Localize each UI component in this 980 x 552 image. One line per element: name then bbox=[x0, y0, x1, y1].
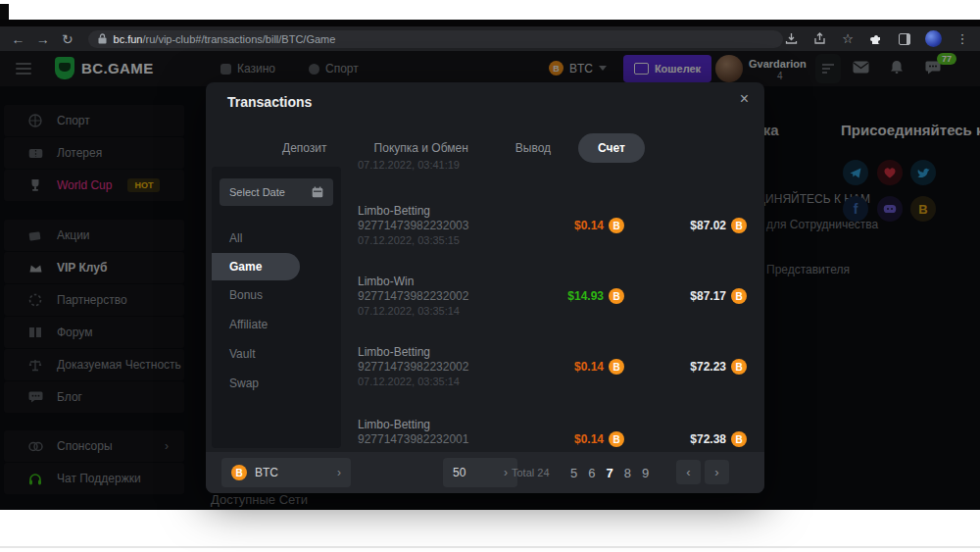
address-bar[interactable]: bc.fun/ru/vip-club#/transactions/bill/BT… bbox=[88, 30, 783, 48]
bitcoin-icon: B bbox=[609, 431, 624, 447]
chevron-right-icon: › bbox=[337, 466, 341, 479]
footer-currency-label: BTC bbox=[255, 466, 278, 479]
modal-footer: B BTC › 50 › Total 24 5 6 7 8 9 ‹ › bbox=[206, 452, 764, 493]
filter-all[interactable]: All bbox=[212, 224, 341, 253]
calendar-icon bbox=[312, 186, 323, 198]
partial-row-date: 07.12.2022, 03:41:19 bbox=[358, 159, 460, 171]
footer-currency-selector[interactable]: B BTC › bbox=[221, 458, 351, 487]
tx-name: Limbo-Win bbox=[358, 275, 751, 288]
tx-balance: $72.23B bbox=[690, 359, 747, 375]
page-size-selector[interactable]: 50 › bbox=[443, 458, 517, 487]
browser-forward-button[interactable]: → bbox=[30, 31, 55, 47]
tab-bill[interactable]: Счет bbox=[578, 133, 645, 163]
bitcoin-icon: B bbox=[731, 288, 747, 304]
tx-amount: $0.14B bbox=[574, 359, 624, 375]
tx-name: Limbo-Betting bbox=[358, 418, 751, 431]
download-icon[interactable] bbox=[783, 31, 799, 47]
bitcoin-icon: B bbox=[231, 465, 247, 480]
tab-withdraw[interactable]: Вывод bbox=[496, 133, 570, 163]
tx-amount: $14.93B bbox=[567, 288, 624, 304]
browser-profile-avatar[interactable] bbox=[925, 30, 942, 47]
transaction-row: Limbo-Betting 92771473982232003 07.12.20… bbox=[358, 204, 751, 263]
chevron-left-icon: ‹ bbox=[686, 465, 690, 479]
bitcoin-icon: B bbox=[731, 431, 747, 447]
tx-balance: $87.02B bbox=[690, 218, 747, 233]
page-number[interactable]: 6 bbox=[588, 466, 595, 480]
bookmark-star-icon[interactable]: ☆ bbox=[840, 31, 856, 47]
screenshot-root: ← → ↻ bc.fun/ru/vip-club#/transactions/b… bbox=[0, 0, 980, 552]
tx-date: 07.12.2022, 03:35:14 bbox=[358, 375, 751, 389]
filter-list: All Game Bonus Affiliate Vault Swap bbox=[212, 224, 341, 398]
tx-date: 07.12.2022, 03:35:15 bbox=[358, 233, 751, 248]
browser-back-button[interactable]: ← bbox=[6, 31, 30, 47]
total-count-label: Total 24 bbox=[512, 452, 550, 493]
tx-amount: $0.14B bbox=[574, 218, 624, 233]
tx-balance: $87.17B bbox=[690, 288, 747, 304]
transaction-row: Limbo-Win 92771473982232002 07.12.2022, … bbox=[358, 275, 751, 333]
extensions-puzzle-icon[interactable] bbox=[868, 31, 884, 47]
browser-actions: ☆ ⋮ bbox=[783, 30, 980, 47]
window-bottom-edge bbox=[0, 546, 980, 548]
bitcoin-icon: B bbox=[609, 218, 624, 233]
browser-toolbar: ← → ↻ bc.fun/ru/vip-club#/transactions/b… bbox=[0, 26, 980, 51]
share-icon[interactable] bbox=[811, 31, 827, 47]
tx-date: 07.12.2022, 03:35:14 bbox=[358, 304, 751, 319]
bitcoin-icon: B bbox=[731, 359, 747, 375]
chevron-right-icon: › bbox=[714, 465, 718, 479]
window-tabstrip bbox=[0, 20, 980, 26]
filter-panel: Select Date All Game Bonus Affiliate Vau… bbox=[212, 167, 341, 448]
select-date-button[interactable]: Select Date bbox=[220, 178, 333, 206]
prev-page-button[interactable]: ‹ bbox=[676, 460, 701, 484]
page-number-current[interactable]: 7 bbox=[606, 466, 612, 480]
tx-balance: $72.38B bbox=[690, 431, 747, 447]
filter-game[interactable]: Game bbox=[212, 253, 300, 280]
url-path: /ru/vip-club#/transactions/bill/BTC/Game bbox=[142, 33, 335, 45]
filter-bonus[interactable]: Bonus bbox=[212, 280, 341, 310]
bitcoin-icon: B bbox=[731, 218, 747, 233]
lock-icon bbox=[98, 33, 107, 44]
page-size-value: 50 bbox=[453, 466, 466, 479]
chevron-right-icon: › bbox=[504, 466, 508, 479]
tx-amount: $0.14B bbox=[574, 431, 624, 447]
page-number[interactable]: 9 bbox=[642, 466, 649, 480]
browser-menu-icon[interactable]: ⋮ bbox=[955, 31, 970, 47]
next-page-button[interactable]: › bbox=[705, 460, 729, 484]
tx-name: Limbo-Betting bbox=[358, 204, 751, 218]
tx-name: Limbo-Betting bbox=[358, 345, 751, 359]
pagination: 5 6 7 8 9 bbox=[570, 452, 649, 493]
transactions-modal: Transactions × Депозит Покупка и Обмен В… bbox=[206, 82, 764, 493]
tab-deposit[interactable]: Депозит bbox=[263, 133, 347, 163]
page-number[interactable]: 5 bbox=[570, 466, 577, 480]
filter-swap[interactable]: Swap bbox=[212, 369, 341, 398]
page-number[interactable]: 8 bbox=[624, 466, 631, 480]
side-panel-icon[interactable] bbox=[897, 31, 912, 47]
bitcoin-icon: B bbox=[609, 359, 624, 375]
url-domain: bc.fun bbox=[114, 33, 143, 45]
filter-affiliate[interactable]: Affiliate bbox=[212, 310, 341, 339]
select-date-label: Select Date bbox=[229, 186, 285, 198]
close-icon[interactable]: × bbox=[740, 90, 749, 108]
filter-vault[interactable]: Vault bbox=[212, 339, 341, 369]
transaction-row: Limbo-Betting 92771473982232002 07.12.20… bbox=[358, 345, 751, 404]
bitcoin-icon: B bbox=[609, 288, 624, 304]
modal-title: Transactions bbox=[227, 94, 312, 110]
browser-reload-button[interactable]: ↻ bbox=[55, 31, 79, 47]
